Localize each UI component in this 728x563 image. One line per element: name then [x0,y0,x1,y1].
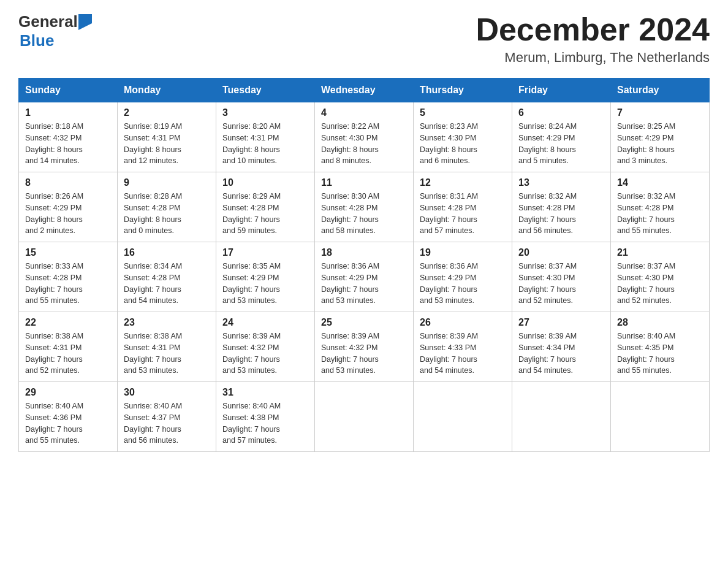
calendar-cell: 25 Sunrise: 8:39 AM Sunset: 4:32 PM Dayl… [315,312,414,382]
calendar-header-row: SundayMondayTuesdayWednesdayThursdayFrid… [19,79,710,102]
day-info: Sunrise: 8:25 AM Sunset: 4:29 PM Dayligh… [617,121,703,167]
day-info: Sunrise: 8:39 AM Sunset: 4:33 PM Dayligh… [420,331,506,377]
calendar-week-3: 15 Sunrise: 8:33 AM Sunset: 4:28 PM Dayl… [19,242,710,312]
day-number: 16 [124,247,210,258]
day-info: Sunrise: 8:26 AM Sunset: 4:29 PM Dayligh… [25,191,111,237]
day-number: 28 [617,317,703,328]
weekday-header-tuesday: Tuesday [216,79,315,102]
calendar-cell: 20 Sunrise: 8:37 AM Sunset: 4:30 PM Dayl… [512,242,611,312]
calendar-cell: 11 Sunrise: 8:30 AM Sunset: 4:28 PM Dayl… [315,172,414,242]
calendar-cell: 3 Sunrise: 8:20 AM Sunset: 4:31 PM Dayli… [216,102,315,172]
svg-marker-1 [78,23,92,30]
day-number: 4 [321,107,407,118]
day-number: 7 [617,107,703,118]
day-info: Sunrise: 8:39 AM Sunset: 4:32 PM Dayligh… [222,331,308,377]
weekday-header-monday: Monday [118,79,216,102]
calendar-cell: 5 Sunrise: 8:23 AM Sunset: 4:30 PM Dayli… [414,102,512,172]
calendar-cell: 28 Sunrise: 8:40 AM Sunset: 4:35 PM Dayl… [611,312,710,382]
calendar-cell [611,382,710,452]
day-info: Sunrise: 8:37 AM Sunset: 4:30 PM Dayligh… [617,261,703,307]
calendar-cell: 22 Sunrise: 8:38 AM Sunset: 4:31 PM Dayl… [19,312,118,382]
day-info: Sunrise: 8:33 AM Sunset: 4:28 PM Dayligh… [25,261,111,307]
day-number: 15 [25,247,111,258]
day-number: 27 [518,317,604,328]
day-number: 8 [25,177,111,188]
day-number: 11 [321,177,407,188]
logo-flag-icon [78,14,92,30]
day-info: Sunrise: 8:39 AM Sunset: 4:32 PM Dayligh… [321,331,407,377]
day-info: Sunrise: 8:30 AM Sunset: 4:28 PM Dayligh… [321,191,407,237]
day-number: 29 [25,387,111,398]
weekday-header-saturday: Saturday [611,79,710,102]
weekday-header-friday: Friday [512,79,611,102]
calendar-cell: 15 Sunrise: 8:33 AM Sunset: 4:28 PM Dayl… [19,242,118,312]
calendar-cell [315,382,414,452]
day-info: Sunrise: 8:19 AM Sunset: 4:31 PM Dayligh… [124,121,210,167]
day-number: 13 [518,177,604,188]
day-number: 14 [617,177,703,188]
weekday-header-thursday: Thursday [414,79,512,102]
day-number: 24 [222,317,308,328]
calendar-cell: 24 Sunrise: 8:39 AM Sunset: 4:32 PM Dayl… [216,312,315,382]
day-info: Sunrise: 8:18 AM Sunset: 4:32 PM Dayligh… [25,121,111,167]
day-info: Sunrise: 8:32 AM Sunset: 4:28 PM Dayligh… [518,191,604,237]
calendar-cell [414,382,512,452]
calendar-cell: 18 Sunrise: 8:36 AM Sunset: 4:29 PM Dayl… [315,242,414,312]
calendar-cell: 2 Sunrise: 8:19 AM Sunset: 4:31 PM Dayli… [118,102,216,172]
logo-line2: Blue [20,31,54,50]
day-number: 18 [321,247,407,258]
day-info: Sunrise: 8:36 AM Sunset: 4:29 PM Dayligh… [321,261,407,307]
day-info: Sunrise: 8:40 AM Sunset: 4:37 PM Dayligh… [124,400,210,446]
weekday-header-wednesday: Wednesday [315,79,414,102]
logo: General Blue [18,12,93,50]
day-number: 30 [124,387,210,398]
title-section: December 2024 Merum, Limburg, The Nether… [476,12,710,66]
day-number: 25 [321,317,407,328]
calendar-cell: 23 Sunrise: 8:38 AM Sunset: 4:31 PM Dayl… [118,312,216,382]
calendar-week-4: 22 Sunrise: 8:38 AM Sunset: 4:31 PM Dayl… [19,312,710,382]
day-info: Sunrise: 8:37 AM Sunset: 4:30 PM Dayligh… [518,261,604,307]
calendar-cell: 7 Sunrise: 8:25 AM Sunset: 4:29 PM Dayli… [611,102,710,172]
calendar-cell: 21 Sunrise: 8:37 AM Sunset: 4:30 PM Dayl… [611,242,710,312]
weekday-header-sunday: Sunday [19,79,118,102]
calendar-cell: 6 Sunrise: 8:24 AM Sunset: 4:29 PM Dayli… [512,102,611,172]
calendar-cell: 31 Sunrise: 8:40 AM Sunset: 4:38 PM Dayl… [216,382,315,452]
day-info: Sunrise: 8:29 AM Sunset: 4:28 PM Dayligh… [222,191,308,237]
calendar-cell: 16 Sunrise: 8:34 AM Sunset: 4:28 PM Dayl… [118,242,216,312]
calendar-cell [512,382,611,452]
day-number: 10 [222,177,308,188]
month-title: December 2024 [476,12,710,47]
calendar-cell: 19 Sunrise: 8:36 AM Sunset: 4:29 PM Dayl… [414,242,512,312]
day-info: Sunrise: 8:22 AM Sunset: 4:30 PM Dayligh… [321,121,407,167]
calendar-cell: 29 Sunrise: 8:40 AM Sunset: 4:36 PM Dayl… [19,382,118,452]
day-number: 20 [518,247,604,258]
logo-line1: General [18,12,93,31]
day-number: 9 [124,177,210,188]
calendar-cell: 1 Sunrise: 8:18 AM Sunset: 4:32 PM Dayli… [19,102,118,172]
calendar-cell: 10 Sunrise: 8:29 AM Sunset: 4:28 PM Dayl… [216,172,315,242]
day-info: Sunrise: 8:36 AM Sunset: 4:29 PM Dayligh… [420,261,506,307]
day-info: Sunrise: 8:34 AM Sunset: 4:28 PM Dayligh… [124,261,210,307]
day-info: Sunrise: 8:31 AM Sunset: 4:28 PM Dayligh… [420,191,506,237]
day-number: 26 [420,317,506,328]
calendar-cell: 17 Sunrise: 8:35 AM Sunset: 4:29 PM Dayl… [216,242,315,312]
day-info: Sunrise: 8:40 AM Sunset: 4:36 PM Dayligh… [25,400,111,446]
calendar-cell: 13 Sunrise: 8:32 AM Sunset: 4:28 PM Dayl… [512,172,611,242]
calendar-week-5: 29 Sunrise: 8:40 AM Sunset: 4:36 PM Dayl… [19,382,710,452]
day-info: Sunrise: 8:39 AM Sunset: 4:34 PM Dayligh… [518,331,604,377]
day-number: 6 [518,107,604,118]
calendar-cell: 9 Sunrise: 8:28 AM Sunset: 4:28 PM Dayli… [118,172,216,242]
day-number: 23 [124,317,210,328]
day-info: Sunrise: 8:32 AM Sunset: 4:28 PM Dayligh… [617,191,703,237]
calendar-cell: 8 Sunrise: 8:26 AM Sunset: 4:29 PM Dayli… [19,172,118,242]
calendar-cell: 26 Sunrise: 8:39 AM Sunset: 4:33 PM Dayl… [414,312,512,382]
day-info: Sunrise: 8:38 AM Sunset: 4:31 PM Dayligh… [25,331,111,377]
logo-general-text: General [18,12,78,31]
location-title: Merum, Limburg, The Netherlands [476,50,710,66]
day-number: 5 [420,107,506,118]
day-number: 19 [420,247,506,258]
day-info: Sunrise: 8:24 AM Sunset: 4:29 PM Dayligh… [518,121,604,167]
calendar-cell: 27 Sunrise: 8:39 AM Sunset: 4:34 PM Dayl… [512,312,611,382]
logo-blue-text: Blue [20,31,54,50]
day-info: Sunrise: 8:23 AM Sunset: 4:30 PM Dayligh… [420,121,506,167]
